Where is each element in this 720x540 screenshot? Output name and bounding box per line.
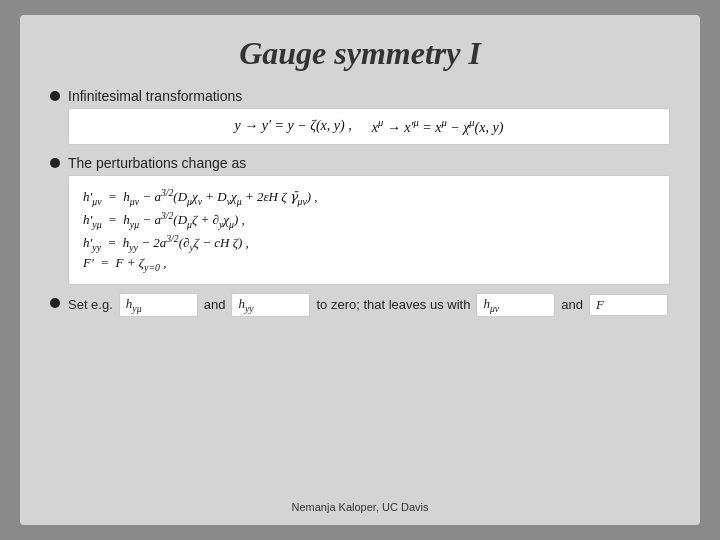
formula-box-2: h′μν = hμν − a3/2(Dμχν + Dνχμ + 2εH ζ γ̄…	[68, 175, 670, 285]
inline-formula-F: F	[589, 294, 668, 316]
bullet-2: The perturbations change as h′μν = hμν −…	[50, 153, 670, 285]
bullet-label-2: The perturbations change as	[68, 155, 670, 171]
middle-text: to zero; that leaves us with	[316, 297, 470, 312]
formula-line-1: y → y′ = y − ζ(x, y) , xμ → x′μ = xμ − χ…	[83, 117, 655, 136]
mf-text-2: h′yμ = hyμ − a3/2(Dμζ + ∂yχμ) ,	[83, 210, 245, 230]
bullet-3-content: Set e.g. hyμ and hyy to zero; that leave…	[68, 293, 670, 317]
mf-row-3: h′yy = hyy − 2a3/2(∂yζ − cH ζ) ,	[83, 233, 655, 253]
inline-math-1: hyμ	[126, 296, 142, 311]
bullet-dot-3	[50, 298, 60, 308]
footer: Nemanja Kaloper, UC Davis	[50, 501, 670, 513]
mf-row-4: F′ = F + ζy=0 ,	[83, 255, 655, 273]
inline-math-2: hyy	[238, 296, 253, 311]
mf-row-2: h′yμ = hyμ − a3/2(Dμζ + ∂yχμ) ,	[83, 210, 655, 230]
bullet-label-1: Infinitesimal transformations	[68, 88, 670, 104]
mf-row-1: h′μν = hμν − a3/2(Dμχν + Dνχμ + 2εH ζ γ̄…	[83, 187, 655, 207]
mf-text-4: F′ = F + ζy=0 ,	[83, 255, 166, 273]
bullet-dot-1	[50, 91, 60, 101]
and-text-1: and	[204, 297, 226, 312]
slide: Gauge symmetry I Infinitesimal transform…	[20, 15, 700, 525]
inline-math-4: F	[596, 297, 604, 312]
set-eg-text: Set e.g.	[68, 297, 113, 312]
inline-formula-hyy: hyy	[231, 293, 310, 317]
inline-math-3: hμν	[483, 296, 499, 311]
formula-text-1b: xμ → x′μ = xμ − χμ(x, y)	[372, 117, 504, 136]
mf-text-1: h′μν = hμν − a3/2(Dμχν + Dνχμ + 2εH ζ γ̄…	[83, 187, 318, 207]
mf-text-3: h′yy = hyy − 2a3/2(∂yζ − cH ζ) ,	[83, 233, 249, 253]
bullet-1: Infinitesimal transformations y → y′ = y…	[50, 86, 670, 145]
inline-formula-hymu: hyμ	[119, 293, 198, 317]
formula-text-1a: y → y′ = y − ζ(x, y) ,	[235, 118, 352, 134]
slide-title: Gauge symmetry I	[50, 35, 670, 72]
formula-box-1: y → y′ = y − ζ(x, y) , xμ → x′μ = xμ − χ…	[68, 108, 670, 145]
and-text-2: and	[561, 297, 583, 312]
bullet-3: Set e.g. hyμ and hyy to zero; that leave…	[50, 293, 670, 317]
bullet-dot-2	[50, 158, 60, 168]
inline-formula-hmunu: hμν	[476, 293, 555, 317]
